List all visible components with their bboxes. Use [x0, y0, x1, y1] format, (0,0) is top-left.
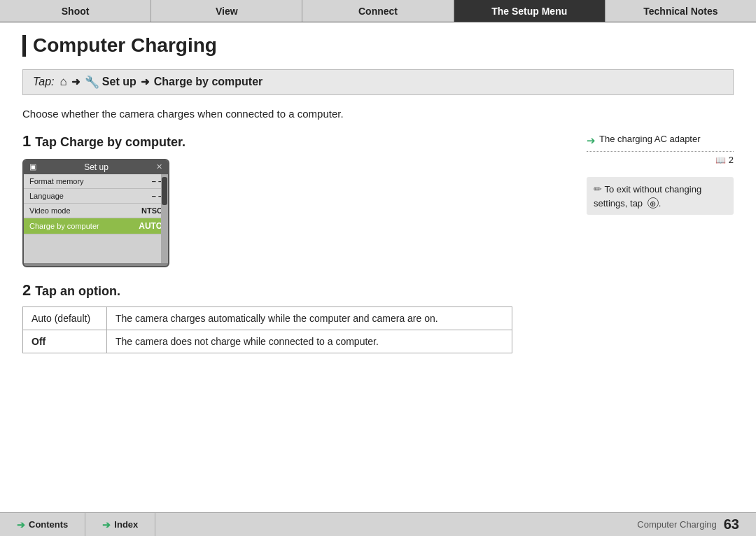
option-auto-desc: The camera charges automatically while t… — [107, 306, 512, 330]
table-row: Off The camera does not charge while con… — [23, 330, 512, 353]
main-content: Computer Charging Tap: ⌂ ➜ 🔧 Set up ➜ Ch… — [0, 22, 756, 360]
footer: ➔ Contents ➔ Index Computer Charging 63 — [0, 512, 756, 536]
arrow-icon-2: ➜ — [141, 76, 150, 88]
book-icon: 📖 — [715, 155, 726, 165]
footer-right: Computer Charging 63 — [637, 516, 756, 533]
table-row: Auto (default) The camera charges automa… — [23, 306, 512, 330]
footer-index-btn[interactable]: ➔ Index — [85, 513, 155, 537]
camera-screen-header: ▣ Set up ✕ — [24, 160, 168, 174]
step2-num: 2 — [22, 281, 31, 299]
steps-right: ➔ The charging AC adapter 📖 2 ✏ To exit … — [580, 132, 734, 353]
intro-text: Choose whether the camera charges when c… — [22, 108, 734, 120]
menu-row-format: Format memory – – — [24, 174, 168, 189]
tap-bar: Tap: ⌂ ➜ 🔧 Set up ➜ Charge by computer — [22, 69, 734, 95]
steps-area: 1 Tap Charge by computer. ▣ Set up ✕ For… — [22, 132, 734, 353]
tap-action: Charge by computer — [154, 76, 263, 88]
step1-heading: 1 Tap Charge by computer. — [22, 132, 566, 150]
info-arrow-icon: ➔ — [587, 133, 596, 149]
nav-shoot[interactable]: Shoot — [0, 0, 151, 22]
index-label: Index — [114, 519, 138, 530]
tap-path: Set up — [102, 76, 136, 88]
step1-label: Tap Charge by computer. — [35, 135, 186, 150]
camera-scrollbar — [161, 174, 168, 263]
step2-heading: 2 Tap an option. — [22, 281, 566, 299]
info-bullet: ➔ The charging AC adapter — [587, 132, 734, 149]
note-icon: ✏ — [594, 183, 602, 195]
nav-setup-menu[interactable]: The Setup Menu — [454, 0, 606, 22]
step1-num: 1 — [22, 132, 31, 150]
book-ref-num: 2 — [729, 155, 734, 165]
book-ref: 📖 2 — [587, 153, 734, 167]
menu-val-video: NTSC — [141, 206, 162, 215]
menu-val-charge: AUTO — [139, 221, 162, 231]
info-box: ➔ The charging AC adapter 📖 2 — [587, 132, 734, 167]
nav-technical-notes[interactable]: Technical Notes — [606, 0, 756, 22]
camera-menu-title: Set up — [84, 162, 108, 172]
menu-row-language: Language – – — [24, 189, 168, 204]
camera-screen: ▣ Set up ✕ Format memory – – Language – … — [22, 159, 169, 267]
menu-row-charge: Charge by computer AUTO — [24, 218, 168, 234]
option-off-desc: The camera does not charge while connect… — [107, 330, 512, 353]
top-navigation: Shoot View Connect The Setup Menu Techni… — [0, 0, 756, 22]
options-table: Auto (default) The camera charges automa… — [22, 306, 512, 353]
footer-left: ➔ Contents ➔ Index — [0, 513, 155, 537]
arrow-icon-1: ➜ — [71, 76, 80, 88]
page-ref-label: Computer Charging — [637, 519, 716, 530]
contents-arrow-icon: ➔ — [17, 519, 25, 530]
page-title: Computer Charging — [22, 35, 734, 57]
menu-label-language: Language — [29, 192, 64, 200]
camera-menu: Format memory – – Language – – Video mod… — [24, 174, 168, 263]
footer-contents-btn[interactable]: ➔ Contents — [0, 513, 85, 537]
scrollbar-thumb — [162, 177, 167, 205]
menu-label-video: Video mode — [29, 206, 71, 215]
step2-label: Tap an option. — [35, 284, 120, 299]
wrench-icon: 🔧 — [85, 75, 99, 90]
steps-left: 1 Tap Charge by computer. ▣ Set up ✕ For… — [22, 132, 580, 353]
menu-label-charge: Charge by computer — [29, 222, 99, 230]
home-icon: ⌂ — [60, 75, 67, 89]
nav-connect[interactable]: Connect — [302, 0, 454, 22]
menu-row-video: Video mode NTSC — [24, 204, 168, 218]
menu-label-format: Format memory — [29, 177, 84, 185]
option-auto-label: Auto — [31, 313, 52, 324]
contents-label: Contents — [29, 519, 68, 530]
tap-label: Tap: — [33, 76, 55, 88]
info-text: The charging AC adapter — [599, 132, 701, 146]
option-off: Off — [23, 330, 107, 353]
nav-view[interactable]: View — [151, 0, 302, 22]
index-arrow-icon: ➔ — [102, 519, 111, 530]
dotted-divider — [587, 151, 734, 152]
option-auto: Auto (default) — [23, 306, 107, 330]
camera-icon: ▣ — [29, 162, 36, 171]
page-number: 63 — [724, 516, 739, 533]
note-tap-icon: ⊕ — [648, 197, 659, 209]
camera-close-icon: ✕ — [156, 162, 162, 171]
note-box: ✏ To exit without changing settings, tap… — [587, 177, 734, 216]
option-auto-suffix: (default) — [52, 313, 90, 324]
